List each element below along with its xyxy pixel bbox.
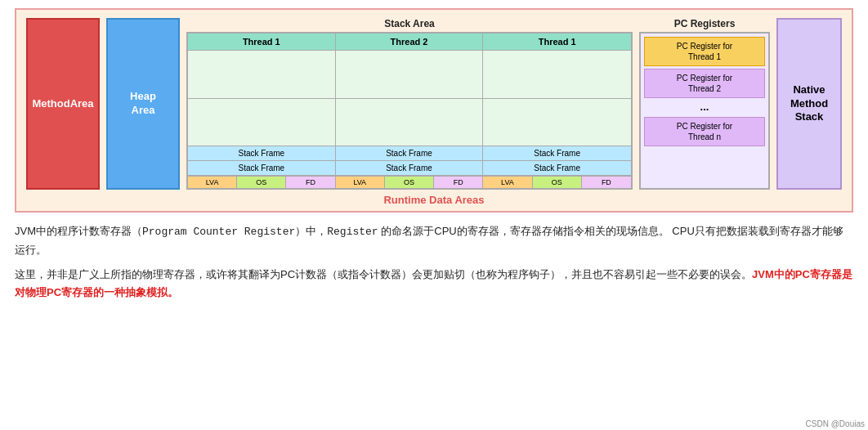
paragraph-2: 这里，并非是广义上所指的物理寄存器，或许将其翻译为PC计数器（或指令计数器）会更… [15,266,853,302]
frame-row-2: Stack Frame Stack Frame Stack Frame [188,161,631,176]
runtime-label: Runtime Data Areas [26,194,842,206]
empty-cell [188,51,336,98]
native-label2: Method [790,97,828,110]
pc-section: PC Registers PC Register forThread 1 PC … [639,18,770,190]
heap-area: Heap Area [106,18,180,190]
thread-cell-3: Thread 1 [483,34,631,50]
pc-register-ellipsis: ... [644,101,765,114]
lva-cell-4: LVA [336,176,385,188]
diagram-inner: Method Area Heap Area Stack Area Thread … [26,18,842,190]
stack-area-label: Stack Area [186,18,633,29]
text-area: JVM中的程序计数寄存器（Program Counter Register）中，… [15,222,853,302]
pc-register-thread1: PC Register forThread 1 [644,37,765,66]
para1-text-before: JVM中的程序计数寄存器（ [15,225,142,237]
heap-area-label1: Heap [130,90,156,102]
empty-cell [483,51,631,98]
pc-area-box: PC Register forThread 1 PC Register forT… [639,32,770,190]
para1-mid1: ）中， [295,225,327,237]
diagram-container: Method Area Heap Area Stack Area Thread … [15,8,853,213]
pc-area-label: PC Registers [639,18,770,29]
native-method-stack: Native Method Stack [776,18,842,190]
paragraph-1: JVM中的程序计数寄存器（Program Counter Register）中，… [15,222,853,259]
frame-cell-3: Stack Frame [483,146,631,160]
frame-cell-1: Stack Frame [188,146,336,160]
para1-mono1: Program Counter Register [142,226,295,238]
lva-cell-9: FD [582,176,631,188]
lva-row: LVA OS FD LVA OS FD LVA OS FD [188,176,631,188]
para1-mono2: Register [327,226,378,238]
lva-cell-6: FD [434,176,483,188]
frame-cell-5: Stack Frame [336,161,484,175]
pc-register-thread2: PC Register forThread 2 [644,69,765,98]
empty-row-1 [188,51,631,99]
frame-cell-4: Stack Frame [188,161,336,175]
lva-cell-3: FD [286,176,335,188]
empty-row-2 [188,99,631,147]
empty-cell [483,99,631,146]
thread-cell-1: Thread 1 [188,34,336,50]
para2-text: 这里，并非是广义上所指的物理寄存器，或许将其翻译为PC计数器（或指令计数器）会更… [15,268,752,280]
frame-row-1: Stack Frame Stack Frame Stack Frame [188,146,631,161]
lva-cell-8: OS [533,176,582,188]
lva-cell-2: OS [237,176,286,188]
stack-section: Stack Area Thread 1 Thread 2 Thread 1 [186,18,633,190]
page-wrapper: Method Area Heap Area Stack Area Thread … [0,0,868,430]
empty-cell [188,99,336,146]
lva-cell-5: OS [385,176,434,188]
frame-cell-2: Stack Frame [336,146,484,160]
method-area: Method Area [26,18,100,190]
pc-register-threadn: PC Register forThread n [644,117,765,146]
empty-cell [336,51,484,98]
frame-cell-6: Stack Frame [483,161,631,175]
lva-cell-1: LVA [188,176,237,188]
empty-cell [336,99,484,146]
lva-cell-7: LVA [483,176,532,188]
stack-area-box: Thread 1 Thread 2 Thread 1 [186,32,633,190]
thread-cell-2: Thread 2 [336,34,484,50]
method-area-label: Method [32,97,69,111]
heap-area-label2: Area [132,104,155,116]
native-label3: Stack [795,110,824,123]
watermark: CSDN @Douias [806,419,865,428]
native-label1: Native [793,83,825,96]
method-area-label2: Area [70,97,94,111]
thread-row: Thread 1 Thread 2 Thread 1 [188,34,631,51]
